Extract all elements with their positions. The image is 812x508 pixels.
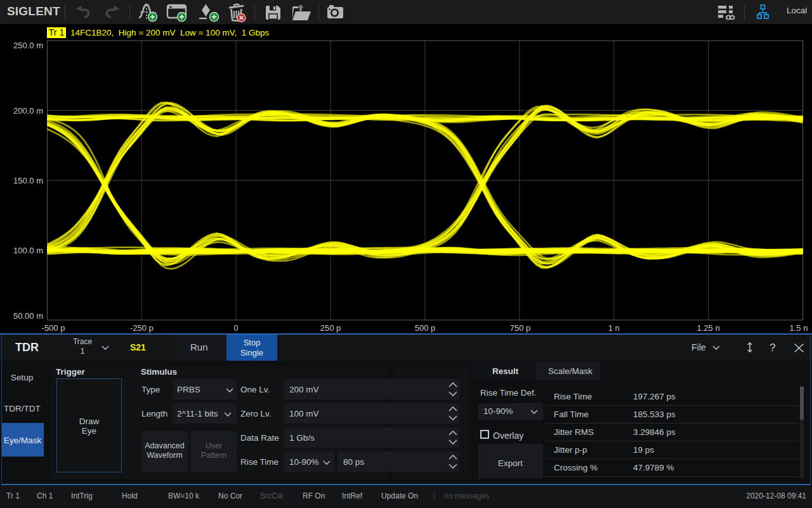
svg-text:1.5 n: 1.5 n: [790, 323, 808, 333]
svg-text:-500 p: -500 p: [42, 323, 65, 333]
svg-text:200.0 m: 200.0 m: [13, 106, 43, 116]
svg-text:1.25 n: 1.25 n: [697, 323, 720, 333]
svg-text:100.0 m: 100.0 m: [13, 246, 43, 255]
svg-text:250.0 m: 250.0 m: [13, 41, 43, 50]
svg-text:1 n: 1 n: [608, 323, 620, 333]
svg-text:250 p: 250 p: [320, 323, 341, 333]
svg-text:150.0 m: 150.0 m: [13, 176, 43, 185]
svg-text:-250 p: -250 p: [130, 323, 154, 333]
svg-text:0: 0: [234, 323, 239, 333]
svg-text:500 p: 500 p: [415, 323, 436, 333]
svg-text:50.00 m: 50.00 m: [13, 311, 43, 321]
svg-text:750 p: 750 p: [510, 323, 531, 333]
